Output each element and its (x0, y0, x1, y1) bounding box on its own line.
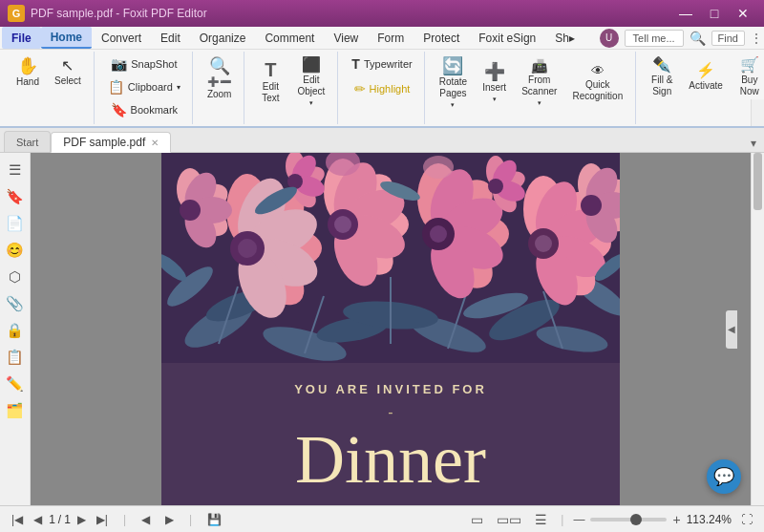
typewriter-button[interactable]: T Typewriter (346, 53, 417, 74)
zoom-controls: ➕ ➖ (207, 76, 231, 87)
tab-start-label: Start (16, 137, 38, 148)
zoom-in-icon[interactable]: ➕ (207, 76, 219, 87)
snapshot-label: SnapShot (131, 58, 177, 70)
zoom-icon: 🔍 (209, 57, 230, 74)
status-bar: |◀ ◀ 1 / 1 ▶ ▶| | ◀ ▶ | 💾 ▭ ▭▭ ☰ | — + 1… (0, 505, 764, 532)
zoom-plus-icon[interactable]: + (672, 512, 680, 527)
vertical-scrollbar[interactable] (751, 153, 764, 505)
sidebar: ☰ 🔖 📄 😊 ⬡ 📎 🔒 📋 ✏️ 🗂️ (0, 153, 31, 505)
close-button[interactable]: ✕ (730, 5, 756, 22)
minimize-button[interactable]: — (672, 5, 699, 22)
scroll-view-button[interactable]: ☰ (531, 510, 551, 529)
ribbon-group-comment: T Typewriter ✏ Highlight (340, 52, 424, 124)
edit-text-button[interactable]: T EditText (252, 56, 288, 108)
find-input[interactable]: Find (711, 31, 745, 46)
first-page-button[interactable]: |◀ (8, 511, 27, 528)
insert-arrow: ▾ (493, 96, 497, 103)
snapshot-icon: 📷 (111, 56, 127, 72)
fill-sign-label: Fill &Sign (651, 74, 672, 97)
page-expand-arrow[interactable]: ◀ (726, 310, 737, 349)
ribbon-group-sign: ✒️ Fill &Sign ⚡ Activate 🛒 BuyNow (638, 52, 764, 124)
tab-scroll-arrow[interactable]: ▾ (747, 135, 760, 152)
sidebar-item-thumbnails[interactable]: ☰ (4, 159, 27, 181)
sidebar-item-extra[interactable]: 🗂️ (4, 399, 27, 422)
sidebar-item-signatures[interactable]: 😊 (4, 239, 27, 262)
activate-button[interactable]: ⚡ Activate (682, 59, 730, 96)
ribbon-scroll-arrow[interactable]: ▾ (751, 99, 764, 128)
scroll-thumb[interactable] (753, 153, 762, 210)
clipboard-button[interactable]: 📋 Clipboard ▾ (102, 76, 186, 97)
scanner-label: FromScanner (521, 74, 557, 97)
app-logo: G (8, 5, 25, 22)
hand-tool-button[interactable]: ✋ Hand (10, 53, 46, 92)
save-button[interactable]: 💾 (203, 511, 225, 528)
more-options[interactable]: ⋮ (751, 32, 762, 45)
search-icon[interactable]: 🔍 (690, 31, 706, 46)
bookmark-label: Bookmark (131, 104, 179, 116)
invited-text: YOU ARE INVITED FOR (200, 382, 582, 396)
edit-object-arrow: ▾ (309, 99, 313, 107)
two-page-view-button[interactable]: ▭▭ (493, 510, 525, 529)
status-separator-1: | (123, 513, 126, 526)
sidebar-item-pages[interactable]: 📄 (4, 212, 27, 235)
rotate-label: RotatePages (439, 76, 467, 99)
prev-page-button[interactable]: ◀ (30, 511, 46, 528)
page-navigation: |◀ ◀ 1 / 1 ▶ ▶| (8, 511, 112, 528)
user-avatar[interactable]: U (600, 29, 619, 48)
bookmark-button[interactable]: 🔖 Bookmark (105, 99, 184, 120)
single-page-view-button[interactable]: ▭ (467, 510, 487, 529)
tab-pdf-sample[interactable]: PDF sample.pdf ✕ (51, 132, 171, 153)
fullscreen-button[interactable]: ⛶ (737, 511, 756, 528)
ribbon-row-tools: ✋ Hand ↖ Select (10, 53, 88, 92)
menu-protect[interactable]: Protect (414, 27, 469, 49)
tab-start[interactable]: Start (4, 131, 51, 152)
highlight-label: Highlight (370, 83, 411, 95)
sidebar-item-security[interactable]: 🔒 (4, 319, 27, 342)
maximize-button[interactable]: □ (701, 5, 728, 22)
total-pages: 1 (64, 513, 71, 526)
zoom-slider-thumb[interactable] (630, 514, 642, 525)
next-view-button[interactable]: ▶ (161, 511, 178, 528)
ribbon-row-sign: ✒️ Fill &Sign ⚡ Activate 🛒 BuyNow (644, 53, 764, 101)
menu-convert[interactable]: Convert (92, 27, 151, 49)
snapshot-button[interactable]: 📷 SnapShot (105, 53, 182, 74)
fill-sign-button[interactable]: ✒️ Fill &Sign (644, 53, 680, 101)
zoom-minus-icon[interactable]: — (573, 513, 584, 526)
rotate-pages-button[interactable]: 🔄 RotatePages ▾ (433, 53, 474, 113)
tab-close-button[interactable]: ✕ (151, 138, 159, 148)
menu-organize[interactable]: Organize (190, 27, 256, 49)
last-page-button[interactable]: ▶| (93, 511, 112, 528)
menu-foxitsign[interactable]: Foxit eSign (469, 27, 545, 49)
recognition-button[interactable]: 👁 QuickRecognition (565, 60, 629, 106)
chat-button[interactable]: 💬 (707, 459, 741, 494)
zoom-button[interactable]: 🔍 ➕ ➖ Zoom (201, 53, 239, 104)
zoom-out-icon[interactable]: ➖ (220, 76, 231, 87)
insert-button[interactable]: ➕ Insert ▾ (476, 59, 513, 107)
menu-form[interactable]: Form (368, 27, 414, 49)
menu-file[interactable]: File (2, 27, 41, 49)
dinner-text: Dinner (200, 425, 582, 494)
sidebar-item-bookmarks[interactable]: 🔖 (4, 185, 27, 208)
select-tool-button[interactable]: ↖ Select (48, 54, 88, 91)
sidebar-item-annotations[interactable]: ✏️ (4, 372, 27, 395)
clipboard-label: Clipboard (128, 81, 173, 93)
insert-label: Insert (482, 82, 506, 94)
menu-comment[interactable]: Comment (255, 27, 324, 49)
menu-edit[interactable]: Edit (151, 27, 190, 49)
next-page-button[interactable]: ▶ (74, 511, 90, 528)
document-dash: - (200, 404, 582, 421)
highlight-button[interactable]: ✏ Highlight (349, 78, 416, 99)
menu-home[interactable]: Home (41, 27, 92, 49)
sidebar-item-comments[interactable]: 📋 (4, 346, 27, 369)
sidebar-item-layers[interactable]: ⬡ (4, 266, 27, 288)
menu-share[interactable]: Sh▸ (545, 27, 584, 49)
scanner-button[interactable]: 📠 FromScanner ▾ (515, 55, 563, 111)
edit-object-button[interactable]: ⬛ EditObject ▾ (290, 53, 331, 111)
menu-view[interactable]: View (324, 27, 368, 49)
hand-label: Hand (16, 76, 39, 88)
zoom-slider[interactable] (590, 518, 667, 521)
prev-view-button[interactable]: ◀ (138, 511, 154, 528)
tell-me-box[interactable]: Tell me... (625, 30, 684, 47)
buy-now-button[interactable]: 🛒 BuyNow (732, 53, 764, 101)
sidebar-item-attachments[interactable]: 📎 (4, 292, 27, 315)
